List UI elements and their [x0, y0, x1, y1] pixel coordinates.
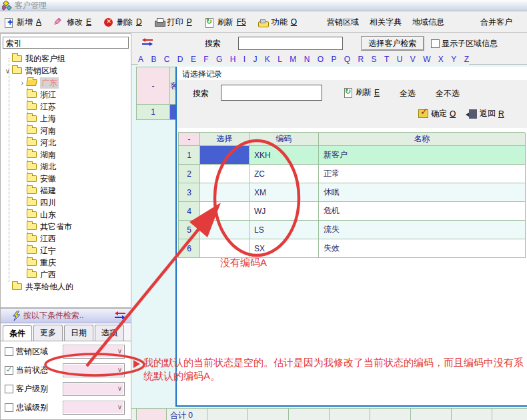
filter-tab[interactable]: 条件	[3, 325, 32, 341]
letter-link[interactable]: R	[358, 55, 364, 64]
filter-dropdown[interactable]: ∨	[63, 401, 125, 415]
tree-item[interactable]: 广西	[1, 269, 131, 281]
toolbar-link[interactable]: 营销区域	[327, 17, 359, 28]
letter-link[interactable]: S	[372, 55, 377, 64]
folder-icon	[27, 151, 37, 158]
toolbar-button[interactable]: 删除D	[103, 17, 142, 28]
swap-arrows-icon[interactable]	[115, 311, 125, 319]
filter-tab[interactable]: 日期	[64, 325, 93, 341]
tree-item[interactable]: 四川	[1, 197, 131, 209]
letter-link[interactable]: T	[384, 55, 389, 64]
tree-item[interactable]: 河北	[1, 137, 131, 149]
letter-link[interactable]: N	[304, 55, 310, 64]
tree-item[interactable]: 福建	[1, 185, 131, 197]
filter-checkbox[interactable]	[5, 403, 13, 412]
tree-expand-icon[interactable]: ›	[18, 79, 27, 87]
table-row[interactable]: 3 XM 休眠	[179, 183, 526, 202]
letter-link[interactable]: D	[177, 55, 183, 64]
select-all-button[interactable]: 全选	[400, 88, 416, 99]
toolbar-button[interactable]: 修改E	[53, 17, 91, 28]
select-none-button[interactable]: 全不选	[436, 88, 460, 99]
tree-item[interactable]: 浙江	[1, 89, 131, 101]
letter-link[interactable]: I	[243, 55, 245, 64]
letter-link[interactable]: H	[230, 55, 236, 64]
letter-link[interactable]: J	[253, 55, 257, 64]
toolbar-button[interactable]: 刷新F5	[204, 17, 246, 28]
tree-expand-icon[interactable]: ∨	[3, 67, 12, 75]
folder-icon	[27, 175, 37, 182]
letter-link[interactable]: O	[318, 55, 324, 64]
select-cell[interactable]	[200, 146, 249, 165]
letter-link[interactable]: V	[410, 55, 416, 64]
toolbar-button[interactable]: 打印P	[154, 17, 192, 28]
table-row[interactable]: 1 XKH 新客户	[179, 146, 526, 165]
letter-link[interactable]: Y	[451, 55, 456, 64]
tree-item[interactable]: 安徽	[1, 173, 131, 185]
filter-checkbox[interactable]	[5, 366, 13, 375]
letter-link[interactable]: Z	[464, 55, 469, 64]
filter-dropdown[interactable]: ∨	[63, 363, 125, 377]
toolbar-link[interactable]: 合并客户	[480, 17, 512, 28]
toolbar-link[interactable]: 相关字典	[370, 17, 402, 28]
filter-dropdown[interactable]: ∨	[63, 345, 125, 359]
tree-item[interactable]: 辽宁	[1, 245, 131, 257]
select-cell[interactable]	[200, 165, 249, 183]
letter-link[interactable]: M	[290, 55, 296, 64]
table-row[interactable]: 4 WJ 危机	[179, 202, 526, 221]
tree-item-label: 广东	[40, 77, 59, 89]
swap-arrows-icon[interactable]	[142, 38, 153, 46]
back-button[interactable]: 返回 R	[469, 108, 504, 119]
tree-item[interactable]: 江苏	[1, 101, 131, 113]
letter-link[interactable]: P	[331, 55, 336, 64]
table-row[interactable]: 6 SX 失效	[179, 239, 526, 258]
tree-item[interactable]: 重庆	[1, 257, 131, 269]
letter-link[interactable]: E	[191, 55, 196, 64]
select-cell[interactable]	[200, 239, 249, 258]
letter-link[interactable]: K	[265, 55, 270, 64]
tree-item[interactable]: 湖南	[1, 149, 131, 161]
dialog-search-input[interactable]	[221, 85, 322, 101]
toolbar-button[interactable]: 新增A	[3, 17, 41, 28]
refresh-button[interactable]: 刷新E	[344, 87, 380, 98]
show-subregion-checkbox[interactable]	[431, 39, 440, 48]
tree-item[interactable]: 共享给他人的	[1, 281, 131, 293]
tree-item[interactable]: 湖北	[1, 161, 131, 173]
filter-header-label: 按以下条件检索..	[23, 310, 84, 321]
tree-item[interactable]: 江西	[1, 233, 131, 245]
letter-link[interactable]: U	[397, 55, 403, 64]
select-cell[interactable]	[200, 183, 249, 202]
filter-checkbox[interactable]	[5, 385, 13, 393]
tree-item[interactable]: 山东	[1, 209, 131, 221]
select-cell[interactable]	[200, 202, 249, 221]
tree-item[interactable]: ∨ 营销区域	[1, 65, 131, 77]
filter-dropdown[interactable]: ∨	[63, 382, 125, 396]
filter-tab[interactable]: 选项	[95, 325, 124, 341]
letter-link[interactable]: C	[164, 55, 170, 64]
filter-tab[interactable]: 更多	[33, 325, 63, 341]
tree-item[interactable]: 上海	[1, 113, 131, 125]
letter-link[interactable]: Q	[344, 55, 350, 64]
table-row[interactable]: 2 ZC 正常	[179, 165, 526, 183]
filter-row: 客户级别 ∨	[1, 379, 131, 398]
chevron-down-icon: ∨	[117, 347, 122, 355]
toolbar-button[interactable]: 功能O	[258, 17, 297, 28]
tree-item[interactable]: 我的客户组	[1, 53, 131, 65]
filter-checkbox[interactable]	[5, 347, 13, 356]
select-cell[interactable]	[200, 221, 249, 239]
tree-item-label: 营销区域	[25, 65, 57, 77]
main-search-input[interactable]	[238, 37, 343, 50]
select-customer-search-button[interactable]: 选择客户检索	[361, 36, 424, 51]
toolbar-link[interactable]: 地域信息	[412, 17, 444, 28]
tree-item[interactable]: 河南	[1, 125, 131, 137]
letter-link[interactable]: F	[203, 55, 208, 64]
ok-button[interactable]: 确定 O	[418, 108, 456, 119]
letter-link[interactable]: B	[151, 55, 156, 64]
table-row[interactable]: 5 LS 流失	[179, 221, 526, 239]
letter-link[interactable]: L	[278, 55, 282, 64]
letter-link[interactable]: A	[138, 55, 143, 64]
letter-link[interactable]: X	[438, 55, 444, 64]
tree-item[interactable]: 其它省市	[1, 221, 131, 233]
tree-item[interactable]: › 广东	[1, 77, 131, 89]
letter-link[interactable]: G	[216, 55, 222, 64]
letter-link[interactable]: W	[423, 55, 430, 64]
